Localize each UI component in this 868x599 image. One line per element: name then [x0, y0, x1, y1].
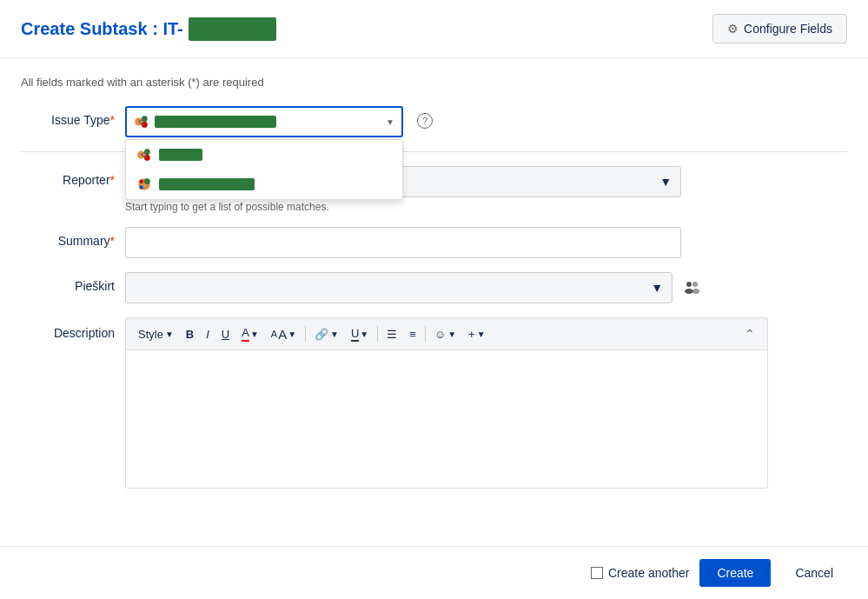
toolbar-bold-button[interactable]: B [181, 325, 199, 343]
assign-field: ▼ [125, 272, 716, 303]
reporter-chevron-icon: ▼ [659, 175, 672, 189]
create-another-label: Create another [608, 566, 689, 580]
cancel-button[interactable]: Cancel [781, 559, 847, 587]
summary-required-star: * [110, 234, 115, 248]
issue-type-icon [134, 114, 149, 130]
assign-chevron-icon: ▼ [651, 281, 663, 295]
toolbar-sep-2 [377, 326, 378, 342]
footer: Create another Create Cancel [0, 546, 868, 599]
title-prefix: Create Subtask : IT- [21, 19, 183, 39]
emoji-chevron-icon: ▼ [447, 329, 456, 339]
gear-icon: ⚙ [727, 22, 739, 36]
header: Create Subtask : IT-██████ ⚙ Configure F… [0, 0, 868, 58]
text-color-a: A [242, 326, 249, 342]
assign-users-icon[interactable] [679, 276, 704, 300]
svg-point-12 [692, 282, 698, 287]
toolbar-italic-button[interactable]: I [201, 325, 215, 343]
dropdown-item-1[interactable] [126, 140, 402, 170]
assign-row-inner: ▼ [125, 272, 716, 303]
description-label: Description [21, 317, 125, 340]
page-title: Create Subtask : IT-██████ [21, 17, 276, 41]
dropdown-item-2[interactable] [126, 170, 402, 199]
assign-row: Pieškirt ▼ [21, 272, 847, 303]
emoji-icon: ☺ [434, 328, 446, 341]
reporter-hint: Start typing to get a list of possible m… [125, 201, 716, 213]
collapse-icon: ⌃ [745, 327, 755, 341]
assign-select[interactable]: ▼ [125, 272, 673, 303]
summary-row: Summary* [21, 227, 847, 258]
style-chevron-icon: ▼ [165, 329, 174, 339]
toolbar-underline2-button[interactable]: U ▼ [346, 324, 374, 344]
assign-label: Pieškirt [21, 272, 125, 293]
dropdown-item-1-label-redacted [159, 149, 202, 161]
numbered-list-icon: ≡ [409, 328, 416, 341]
toolbar-more-button[interactable]: + ▼ [463, 325, 491, 343]
toolbar-bullet-list-button[interactable]: ☰ [381, 325, 402, 343]
toolbar-numbered-list-button[interactable]: ≡ [404, 325, 421, 343]
issue-type-dropdown [125, 139, 403, 200]
toolbar-sep-1 [305, 326, 306, 342]
toolbar-underline-button[interactable]: U [216, 325, 235, 343]
issue-type-select-inner [134, 114, 386, 130]
more-chevron-icon: ▼ [477, 329, 486, 339]
toolbar-font-size-button[interactable]: A A ▼ [266, 324, 301, 344]
description-row: Description Style ▼ B I [21, 317, 847, 489]
svg-point-9 [139, 185, 143, 190]
chevron-down-icon: ▼ [386, 117, 394, 127]
users-svg-icon [682, 278, 701, 297]
text-color-chevron-icon: ▼ [250, 329, 259, 339]
reporter-label: Reporter* [21, 166, 125, 187]
description-field: Style ▼ B I U [125, 317, 768, 489]
dropdown-item-1-icon [136, 147, 152, 163]
font-size-small-a: A [271, 329, 277, 339]
required-notice: All fields marked with an asterisk (*) a… [21, 76, 847, 89]
issue-type-row: Issue Type* ▼ [21, 106, 847, 137]
toolbar-sep-3 [425, 326, 426, 342]
help-icon[interactable]: ? [417, 113, 433, 129]
page-container: Create Subtask : IT-██████ ⚙ Configure F… [0, 0, 868, 599]
configure-fields-button[interactable]: ⚙ Configure Fields [712, 14, 847, 43]
reporter-required-star: * [110, 173, 115, 187]
svg-point-7 [144, 178, 150, 184]
create-another-checkbox[interactable] [591, 567, 603, 579]
svg-point-10 [686, 282, 692, 287]
svg-point-13 [692, 289, 699, 294]
create-another-wrapper: Create another [591, 566, 689, 580]
link-chevron-icon: ▼ [330, 329, 339, 339]
svg-point-11 [685, 289, 693, 294]
toolbar-collapse-button[interactable]: ⌃ [739, 324, 760, 343]
configure-fields-label: Configure Fields [744, 22, 832, 36]
more-icon: + [468, 328, 475, 341]
title-redacted: ██████ [189, 17, 276, 41]
issue-type-field: ▼ ? [125, 106, 716, 137]
summary-input[interactable] [125, 227, 681, 258]
toolbar-text-color-button[interactable]: A ▼ [236, 323, 264, 344]
dropdown-item-2-label-redacted [159, 178, 255, 190]
summary-label: Summary* [21, 227, 125, 248]
svg-point-8 [139, 179, 143, 183]
font-size-large-a: A [278, 327, 287, 342]
description-editor[interactable] [125, 349, 768, 489]
create-button[interactable]: Create [699, 559, 771, 587]
dropdown-item-2-icon [136, 176, 152, 192]
issue-type-select[interactable]: ▼ [125, 106, 403, 137]
toolbar-style-button[interactable]: Style ▼ [133, 325, 179, 343]
form-body: All fields marked with an asterisk (*) a… [0, 58, 868, 546]
summary-field [125, 227, 716, 258]
issue-type-value-redacted [155, 116, 276, 128]
link-icon: 🔗 [315, 328, 328, 341]
underline2-chevron-icon: ▼ [360, 329, 368, 339]
toolbar-emoji-button[interactable]: ☺ ▼ [429, 325, 461, 343]
bullet-list-icon: ☰ [387, 328, 397, 341]
description-toolbar: Style ▼ B I U [125, 317, 768, 349]
font-size-chevron-icon: ▼ [288, 329, 296, 339]
issue-type-label: Issue Type* [21, 106, 125, 127]
underline2-u: U [351, 327, 359, 342]
toolbar-link-button[interactable]: 🔗 ▼ [309, 325, 344, 343]
issue-type-required-star: * [110, 113, 115, 127]
